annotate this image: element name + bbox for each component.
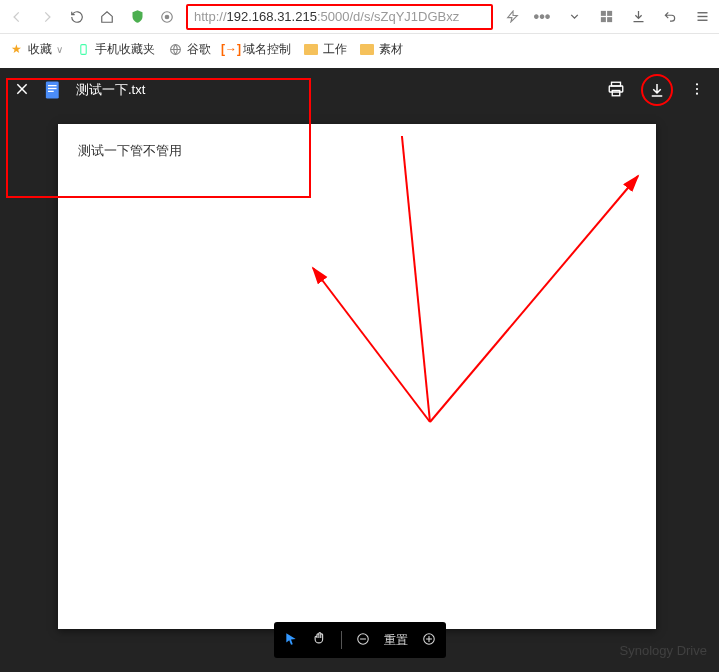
domain-icon: [→] [223, 41, 239, 57]
bookmark-google[interactable]: 谷歌 [167, 41, 211, 58]
menu-icon[interactable] [691, 6, 713, 28]
download-browser-icon[interactable] [627, 6, 649, 28]
download-button[interactable] [641, 74, 673, 106]
viewer-toolbar: 重置 [274, 622, 446, 658]
svg-rect-16 [48, 88, 57, 89]
bookmark-domain[interactable]: [→] 域名控制 [223, 41, 291, 58]
svg-rect-20 [612, 90, 620, 95]
phone-icon [75, 41, 91, 57]
svg-rect-10 [80, 44, 85, 54]
close-icon[interactable] [14, 81, 30, 100]
svg-point-1 [165, 15, 169, 19]
url-path: /d/s/sZqYJ1DGBxz [349, 9, 459, 24]
svg-rect-4 [607, 11, 612, 16]
url-port: :5000 [317, 9, 350, 24]
svg-point-22 [696, 87, 698, 89]
folder-icon [303, 41, 319, 57]
bookmark-fav[interactable]: ★ 收藏 ∨ [8, 41, 63, 58]
viewer-header: 测试一下.txt [0, 68, 719, 112]
bookmark-label: 域名控制 [243, 41, 291, 58]
shield-icon[interactable] [126, 6, 148, 28]
site-info-icon[interactable] [156, 6, 178, 28]
zoom-out-icon[interactable] [356, 632, 370, 649]
grid-icon[interactable] [595, 6, 617, 28]
svg-rect-15 [48, 85, 57, 86]
browser-nav-bar: http://192.168.31.215:5000/d/s/sZqYJ1DGB… [0, 0, 719, 34]
svg-point-21 [696, 83, 698, 85]
svg-rect-14 [46, 81, 59, 98]
svg-rect-17 [48, 91, 54, 92]
zoom-in-icon[interactable] [422, 632, 436, 649]
undo-browser-icon[interactable] [659, 6, 681, 28]
svg-marker-2 [507, 11, 517, 22]
document-viewer: 测试一下.txt 测试一下管不管用 重置 [0, 68, 719, 672]
forward-button[interactable] [36, 6, 58, 28]
bookmark-work[interactable]: 工作 [303, 41, 347, 58]
bookmark-label: 素材 [379, 41, 403, 58]
reload-button[interactable] [66, 6, 88, 28]
bookmarks-bar: ★ 收藏 ∨ 手机收藏夹 谷歌 [→] 域名控制 工作 素材 [0, 34, 719, 64]
more-icon[interactable]: ••• [531, 6, 553, 28]
world-icon [167, 41, 183, 57]
bookmark-material[interactable]: 素材 [359, 41, 403, 58]
file-icon [44, 80, 62, 100]
folder-icon [359, 41, 375, 57]
star-icon: ★ [8, 41, 24, 57]
home-button[interactable] [96, 6, 118, 28]
bookmark-label: 收藏 [28, 41, 52, 58]
kebab-icon[interactable] [689, 81, 705, 100]
chevron-down-icon[interactable] [563, 6, 585, 28]
svg-rect-6 [607, 17, 612, 22]
bookmark-mobile[interactable]: 手机收藏夹 [75, 41, 155, 58]
document-content: 测试一下管不管用 [78, 143, 182, 158]
reset-label[interactable]: 重置 [384, 632, 408, 649]
svg-rect-3 [600, 11, 605, 16]
filename: 测试一下.txt [76, 81, 145, 99]
url-bar[interactable]: http://192.168.31.215:5000/d/s/sZqYJ1DGB… [186, 4, 493, 30]
svg-point-23 [696, 92, 698, 94]
separator [341, 631, 342, 649]
bookmark-label: 谷歌 [187, 41, 211, 58]
hand-tool-icon[interactable] [312, 631, 327, 649]
url-host: 192.168.31.215 [227, 9, 317, 24]
print-icon[interactable] [607, 80, 625, 101]
svg-rect-5 [600, 17, 605, 22]
back-button[interactable] [6, 6, 28, 28]
flash-icon[interactable] [501, 6, 523, 28]
chevron-icon: ∨ [56, 44, 63, 55]
document-page: 测试一下管不管用 [58, 124, 656, 629]
url-prefix: http:// [194, 9, 227, 24]
bookmark-label: 工作 [323, 41, 347, 58]
pointer-tool-icon[interactable] [284, 632, 298, 649]
watermark: Synology Drive [620, 643, 707, 658]
bookmark-label: 手机收藏夹 [95, 41, 155, 58]
